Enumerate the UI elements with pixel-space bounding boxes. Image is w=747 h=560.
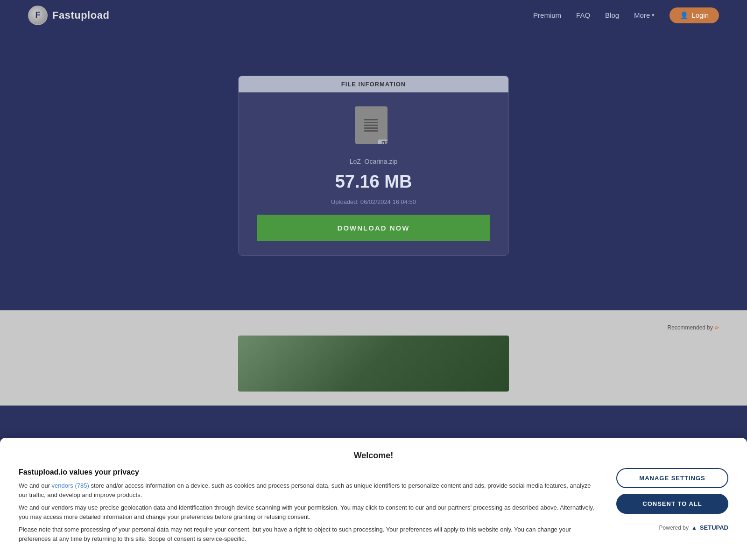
file-name: LoZ_Ocarina.zip: [350, 158, 398, 165]
chevron-down-icon: ▾: [652, 12, 655, 18]
consent-title: Welcome!: [19, 451, 728, 461]
nav-premium[interactable]: Premium: [533, 11, 561, 19]
consent-banner: Welcome! Fastupload.io values your priva…: [0, 438, 747, 560]
logo-icon: F: [28, 6, 48, 25]
header: F Fastupload Premium FAQ Blog More ▾ 👤 L…: [0, 0, 747, 30]
logo-area: F Fastupload: [28, 6, 109, 25]
login-button[interactable]: 👤 Login: [669, 7, 719, 23]
file-card: FILE INFORMATION ZIP LoZ_Ocarina.zip 57.…: [238, 76, 509, 256]
nav-faq[interactable]: FAQ: [576, 11, 590, 19]
nav-more[interactable]: More ▾: [634, 11, 655, 19]
file-upload-date: Uploaded: 06/02/2024 16:04:50: [331, 198, 416, 205]
setupad-icon: ▲: [691, 525, 697, 531]
consent-to-all-button[interactable]: CONSENT TO ALL: [616, 494, 728, 514]
vendors-link[interactable]: vendors (785): [52, 482, 89, 489]
content-image: [238, 336, 509, 392]
setupad-label: SETUPAD: [700, 524, 728, 531]
outbrain-brand-icon: ⊳: [714, 324, 719, 331]
consent-para-1: We and our vendors (785) store and/or ac…: [19, 481, 598, 499]
logo-name: Fastupload: [52, 9, 109, 21]
zip-line-1: [364, 119, 378, 120]
zip-line-4: [364, 127, 378, 129]
user-icon: 👤: [680, 11, 689, 20]
consent-buttons: MANAGE SETTINGS CONSENT TO ALL Powered b…: [616, 468, 728, 531]
file-card-body: ZIP LoZ_Ocarina.zip 57.16 MB Uploaded: 0…: [239, 92, 508, 255]
zip-line-5: [364, 130, 378, 132]
powered-by: Powered by ▲ SETUPAD: [616, 524, 728, 531]
zip-icon-body: ZIP: [355, 106, 388, 144]
zip-badge: ZIP: [378, 140, 388, 144]
consent-heading: Fastupload.io values your privacy: [19, 468, 598, 476]
main-nav: Premium FAQ Blog More ▾ 👤 Login: [533, 7, 719, 23]
zip-file-icon: ZIP: [355, 106, 392, 148]
manage-settings-button[interactable]: MANAGE SETTINGS: [616, 468, 728, 488]
file-card-header: FILE INFORMATION: [239, 76, 508, 92]
zip-line-3: [364, 125, 378, 126]
consent-inner: Fastupload.io values your privacy We and…: [19, 468, 728, 547]
consent-para-2: We and our vendors may use precise geolo…: [19, 503, 598, 521]
gray-section: Recommended by ⊳: [0, 310, 747, 406]
outbrain-logo: Recommended by ⊳: [668, 324, 719, 331]
zip-icon-lines: [364, 119, 378, 132]
consent-text-area: Fastupload.io values your privacy We and…: [19, 468, 598, 547]
main-area: FILE INFORMATION ZIP LoZ_Ocarina.zip 57.…: [0, 30, 747, 310]
zip-line-2: [364, 122, 378, 123]
file-size: 57.16 MB: [335, 172, 412, 192]
nav-blog[interactable]: Blog: [605, 11, 619, 19]
consent-para-3: Please note that some processing of your…: [19, 525, 598, 543]
outbrain-label: Recommended by ⊳: [28, 324, 719, 331]
download-button[interactable]: DOWNLOAD NOW: [257, 215, 490, 241]
